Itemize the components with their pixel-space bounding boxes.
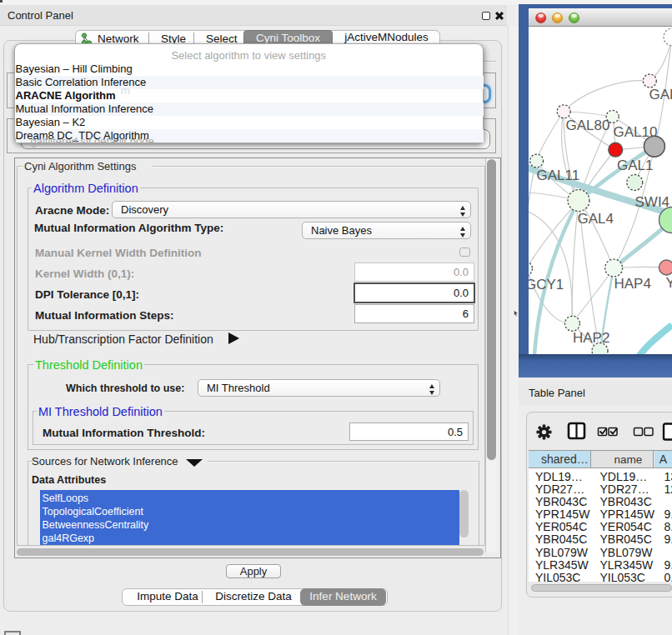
svg-text:GAL11: GAL11	[537, 168, 580, 183]
svg-text:GAL1: GAL1	[617, 158, 653, 173]
svg-text:SWI4: SWI4	[635, 194, 670, 210]
svg-text:HAP2: HAP2	[573, 330, 609, 346]
svg-text:GAL7: GAL7	[649, 87, 672, 102]
svg-text:YB: YB	[666, 275, 672, 291]
svg-text:GAL80: GAL80	[566, 118, 610, 133]
svg-text:HAP4: HAP4	[614, 276, 651, 292]
svg-text:GAL4: GAL4	[578, 211, 614, 227]
svg-text:GCY1: GCY1	[529, 277, 564, 292]
svg-text:GAL10: GAL10	[614, 124, 658, 140]
